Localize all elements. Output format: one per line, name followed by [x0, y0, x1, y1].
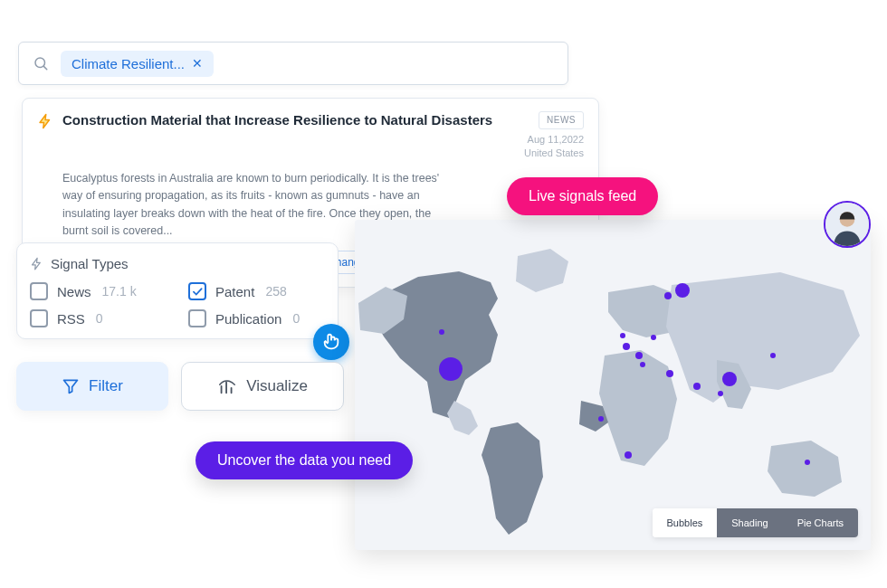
- bolt-icon: [37, 113, 53, 133]
- checkbox-checked[interactable]: [188, 282, 206, 300]
- checkbox[interactable]: [30, 282, 48, 300]
- chip-remove-icon[interactable]: ✕: [192, 56, 203, 71]
- world-map-card[interactable]: Bubbles Shading Pie Charts: [355, 220, 871, 550]
- search-chip[interactable]: Climate Resilient... ✕: [61, 51, 214, 77]
- filter-label: Filter: [89, 377, 123, 395]
- svg-line-1: [43, 66, 46, 69]
- svg-point-7: [439, 329, 444, 335]
- user-avatar[interactable]: [824, 201, 871, 248]
- check-icon: [191, 285, 204, 298]
- callout-live-signals: Live signals feed: [507, 177, 658, 215]
- signal-type-rss[interactable]: RSS 0: [30, 309, 167, 327]
- svg-point-16: [693, 383, 701, 390]
- search-bar[interactable]: Climate Resilient... ✕: [18, 42, 568, 85]
- sig-label: Publication: [215, 311, 281, 327]
- chart-icon: [217, 376, 237, 396]
- seg-shading[interactable]: Shading: [717, 508, 782, 537]
- svg-point-18: [718, 391, 723, 396]
- visualize-label: Visualize: [246, 377, 308, 395]
- checkbox[interactable]: [188, 309, 206, 327]
- signal-types-heading: Signal Types: [30, 256, 325, 271]
- signal-type-news[interactable]: News 17.1 k: [30, 282, 167, 300]
- result-title: Construction Material that Increase Resi…: [62, 111, 493, 129]
- result-meta: NEWS Aug 11,2022 United States: [502, 111, 584, 161]
- type-badge: NEWS: [539, 111, 584, 129]
- filter-button[interactable]: Filter: [16, 362, 168, 411]
- sig-count: 17.1 k: [102, 284, 137, 299]
- map-view-toggle[interactable]: Bubbles Shading Pie Charts: [653, 508, 859, 537]
- svg-point-17: [722, 372, 737, 386]
- svg-point-12: [651, 335, 656, 340]
- svg-point-19: [770, 353, 776, 358]
- hand-pointer-icon: [321, 332, 341, 352]
- sig-label: News: [57, 284, 91, 299]
- sig-count: 0: [96, 311, 103, 326]
- checkbox[interactable]: [30, 309, 48, 327]
- sig-count: 0: [292, 311, 300, 326]
- sig-count: 258: [265, 284, 286, 299]
- svg-point-6: [439, 357, 463, 381]
- filter-icon: [62, 377, 80, 395]
- result-date: Aug 11,2022: [528, 134, 584, 145]
- svg-point-14: [675, 283, 690, 298]
- svg-point-22: [598, 416, 604, 422]
- result-country: United States: [524, 147, 584, 158]
- svg-point-11: [620, 333, 625, 338]
- signal-types-label: Signal Types: [51, 256, 129, 271]
- svg-point-21: [805, 460, 810, 465]
- seg-bubbles[interactable]: Bubbles: [653, 508, 718, 537]
- pointer-badge: [313, 324, 349, 360]
- svg-point-13: [664, 292, 672, 299]
- visualize-button[interactable]: Visualize: [181, 362, 344, 411]
- search-icon: [30, 55, 52, 71]
- bolt-icon: [30, 257, 43, 270]
- svg-point-20: [625, 451, 632, 459]
- callout-uncover-data: Uncover the data you need: [196, 441, 413, 479]
- search-chip-text: Climate Resilient...: [72, 56, 185, 71]
- seg-piecharts[interactable]: Pie Charts: [783, 508, 858, 537]
- svg-point-9: [635, 352, 643, 359]
- sig-label: Patent: [215, 284, 254, 299]
- signal-type-publication[interactable]: Publication 0: [188, 309, 325, 327]
- signal-type-patent[interactable]: Patent 258: [188, 282, 325, 300]
- svg-point-8: [623, 343, 630, 350]
- avatar-image: [825, 203, 869, 246]
- signal-types-panel: Signal Types News 17.1 k Patent 258 RSS …: [16, 242, 339, 339]
- world-map[interactable]: [355, 220, 871, 550]
- svg-point-15: [666, 370, 673, 377]
- sig-label: RSS: [57, 311, 85, 327]
- svg-point-10: [640, 362, 645, 367]
